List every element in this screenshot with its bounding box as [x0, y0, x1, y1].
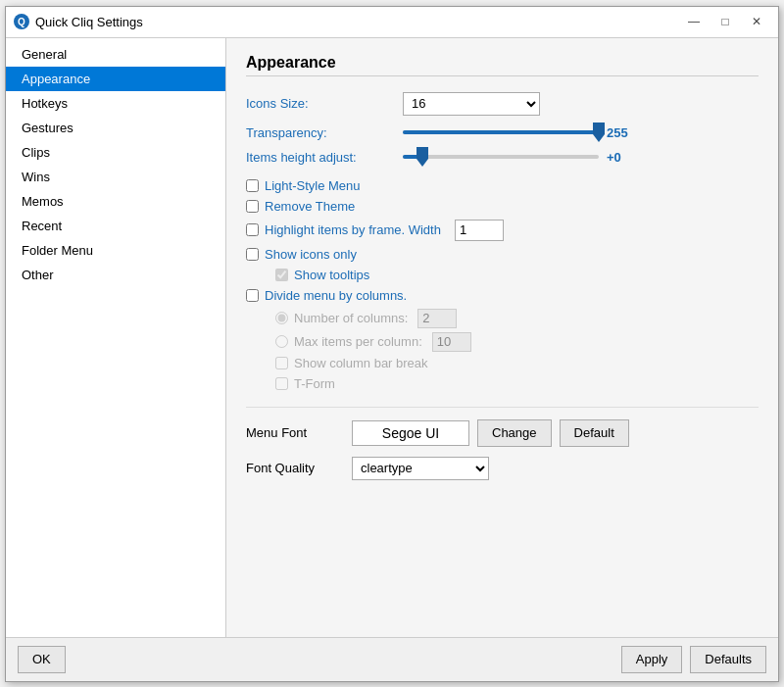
max-items-row: Max items per column: — [275, 332, 759, 352]
highlight-frame-checkbox[interactable] — [246, 223, 259, 236]
show-col-bar-row: Show column bar break — [275, 356, 759, 370]
light-style-checkbox[interactable] — [246, 179, 259, 192]
close-button[interactable]: ✕ — [743, 11, 770, 32]
main-panel: Appearance Icons Size: 16 24 32 48 Trans… — [226, 38, 778, 637]
defaults-button[interactable]: Defaults — [690, 646, 766, 673]
num-columns-label: Number of columns: — [294, 311, 408, 325]
columns-radio-section: Number of columns: Max items per column: — [275, 309, 759, 352]
show-tooltips-label: Show tooltips — [294, 268, 369, 282]
sidebar-item-gestures[interactable]: Gestures — [6, 116, 225, 140]
sidebar-item-recent[interactable]: Recent — [6, 214, 225, 238]
divide-columns-row: Divide menu by columns. — [246, 288, 759, 303]
num-columns-input[interactable] — [417, 309, 457, 328]
show-tooltips-row: Show tooltips — [275, 268, 759, 282]
font-quality-select[interactable]: cleartype default draft proof nonantiali… — [352, 457, 489, 480]
icons-size-label: Icons Size: — [246, 96, 403, 111]
t-form-checkbox[interactable] — [275, 377, 288, 390]
height-adjust-slider[interactable] — [403, 155, 599, 159]
show-icons-only-label[interactable]: Show icons only — [265, 247, 357, 262]
t-form-row: T-Form — [275, 376, 759, 391]
settings-window: Q Quick Cliq Settings — □ ✕ General Appe… — [5, 6, 779, 682]
highlight-frame-width-input[interactable] — [455, 220, 504, 241]
ok-button[interactable]: OK — [18, 646, 66, 673]
light-style-label[interactable]: Light-Style Menu — [265, 178, 361, 193]
sidebar-item-clips[interactable]: Clips — [6, 140, 225, 165]
change-font-button[interactable]: Change — [477, 419, 552, 447]
font-quality-label: Font Quality — [246, 461, 344, 475]
icons-size-select[interactable]: 16 24 32 48 — [403, 92, 540, 116]
transparency-slider-container: 255 — [403, 125, 759, 140]
max-items-input[interactable] — [432, 332, 471, 352]
sidebar-item-memos[interactable]: Memos — [6, 189, 225, 214]
sidebar: General Appearance Hotkeys Gestures Clip… — [6, 38, 226, 637]
max-items-label: Max items per column: — [294, 334, 422, 349]
app-icon: Q — [14, 14, 29, 29]
window-title: Quick Cliq Settings — [35, 15, 143, 29]
remove-theme-checkbox[interactable] — [246, 200, 259, 213]
show-col-bar-checkbox[interactable] — [275, 357, 288, 369]
show-tooltips-checkbox[interactable] — [275, 269, 288, 281]
num-columns-radio[interactable] — [275, 312, 288, 324]
transparency-label: Transparency: — [246, 125, 403, 140]
bottom-right: Apply Defaults — [621, 646, 766, 673]
highlight-frame-label[interactable]: Highlight items by frame. Width — [265, 222, 441, 237]
icons-size-row: Icons Size: 16 24 32 48 — [246, 92, 759, 116]
t-form-label: T-Form — [294, 376, 335, 391]
section-title: Appearance — [246, 54, 759, 76]
apply-button[interactable]: Apply — [621, 646, 683, 673]
divide-columns-label[interactable]: Divide menu by columns. — [265, 288, 407, 303]
font-quality-row: Font Quality cleartype default draft pro… — [246, 457, 759, 480]
show-col-bar-label: Show column bar break — [294, 356, 428, 370]
sidebar-item-wins[interactable]: Wins — [6, 165, 225, 189]
menu-font-label: Menu Font — [246, 425, 344, 440]
sidebar-item-appearance[interactable]: Appearance — [6, 67, 225, 91]
remove-theme-row: Remove Theme — [246, 199, 759, 214]
sidebar-item-other[interactable]: Other — [6, 263, 225, 287]
show-icons-only-row: Show icons only — [246, 247, 759, 262]
minimize-button[interactable]: — — [680, 11, 708, 32]
title-controls: — □ ✕ — [680, 11, 770, 32]
light-style-row: Light-Style Menu — [246, 178, 759, 193]
transparency-slider[interactable] — [403, 130, 599, 134]
title-bar-left: Q Quick Cliq Settings — [14, 14, 143, 29]
bottom-bar: OK Apply Defaults — [6, 637, 778, 681]
highlight-frame-row: Highlight items by frame. Width — [246, 220, 759, 241]
menu-font-row: Menu Font Segoe UI Change Default — [246, 419, 759, 447]
default-font-button[interactable]: Default — [560, 419, 629, 447]
num-columns-row: Number of columns: — [275, 309, 759, 328]
bottom-left: OK — [18, 646, 66, 673]
maximize-button[interactable]: □ — [711, 11, 739, 32]
height-adjust-label: Items height adjust: — [246, 150, 403, 165]
sidebar-item-folder-menu[interactable]: Folder Menu — [6, 238, 225, 263]
height-adjust-row: Items height adjust: +0 — [246, 150, 759, 165]
sidebar-item-general[interactable]: General — [6, 42, 225, 67]
show-icons-only-checkbox[interactable] — [246, 248, 259, 261]
transparency-row: Transparency: 255 — [246, 125, 759, 140]
height-adjust-value: +0 — [607, 150, 646, 165]
max-items-radio[interactable] — [275, 335, 288, 348]
divide-columns-checkbox[interactable] — [246, 289, 259, 302]
remove-theme-label[interactable]: Remove Theme — [265, 199, 355, 214]
height-adjust-slider-container: +0 — [403, 150, 759, 165]
sidebar-item-hotkeys[interactable]: Hotkeys — [6, 91, 225, 116]
transparency-value: 255 — [607, 125, 646, 140]
title-bar: Q Quick Cliq Settings — □ ✕ — [6, 7, 778, 38]
font-display: Segoe UI — [352, 420, 469, 446]
font-section: Menu Font Segoe UI Change Default Font Q… — [246, 407, 759, 480]
content-area: General Appearance Hotkeys Gestures Clip… — [6, 38, 778, 637]
